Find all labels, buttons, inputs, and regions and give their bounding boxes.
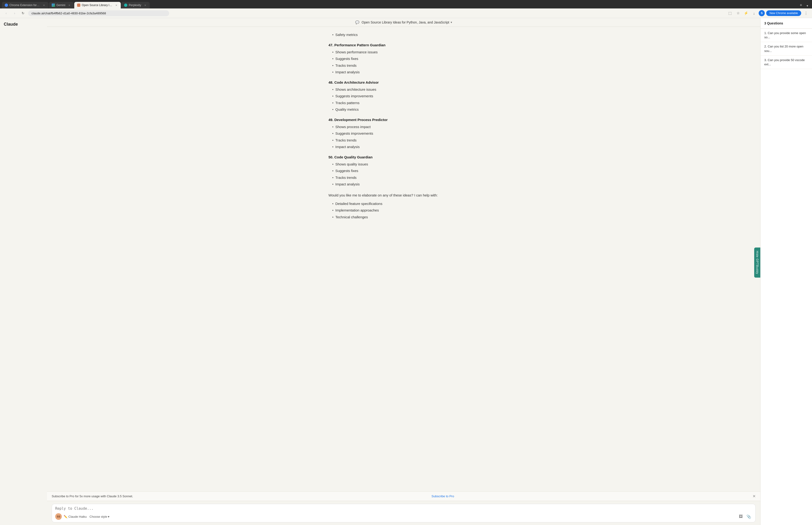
- style-chevron-icon: ▾: [108, 515, 109, 519]
- file-attach-button[interactable]: 📎: [746, 513, 752, 520]
- chat-icon: 💬: [355, 20, 359, 24]
- tab-perplexity-close[interactable]: ✕: [143, 3, 147, 7]
- download-icon[interactable]: ↓: [751, 10, 757, 16]
- model-icon: ✏️: [64, 515, 67, 519]
- new-tab-button[interactable]: +: [798, 2, 804, 9]
- chat-item-50: 50. Code Quality Guardian Shows quality …: [328, 155, 479, 188]
- tab-perplexity-label: Perplexity: [129, 3, 141, 7]
- item-48-title: 48. Code Architecture Advisor: [328, 80, 479, 84]
- tab-chrome-ext-label: Chrome Extension for AI Cha...: [10, 3, 40, 7]
- tab-gemini-favicon: [52, 3, 55, 7]
- input-area: SS ✏️ Claude Haiku Choose style ▾ 🖼 �: [47, 501, 760, 525]
- input-right-actions: 🖼 📎: [737, 513, 752, 520]
- elaboration-item: Technical challenges: [332, 214, 479, 221]
- item-49-bullets: Shows process impactSuggests improvement…: [328, 124, 479, 150]
- claude-logo: Claude: [2, 21, 45, 28]
- subscribe-link[interactable]: Subscribe to Pro: [432, 494, 454, 498]
- list-item: Tracks trends: [332, 137, 479, 144]
- tab-perplexity-tab[interactable]: Perplexity ✕: [121, 2, 150, 9]
- list-item: Tracks trends: [332, 174, 479, 181]
- elaboration-bullets: Detailed feature specificationsImplement…: [328, 200, 479, 221]
- list-item: Shows performance issues: [332, 49, 479, 56]
- toolbar-right: ⬚ ☆ ⚡ ↓ S New Chrome available ⋮: [727, 10, 809, 16]
- list-item: Impact analysis: [332, 69, 479, 76]
- reply-actions-left: SS ✏️ Claude Haiku Choose style ▾: [55, 513, 109, 520]
- list-item: Tracks patterns: [332, 100, 479, 106]
- top-bullets: Safety metrics: [328, 31, 479, 38]
- tab-gemini-label: Gemini: [56, 3, 65, 7]
- right-sidebar-header: 3 Questions: [761, 18, 812, 29]
- forward-button[interactable]: ›: [11, 10, 18, 16]
- item-49-title: 49. Development Process Predictor: [328, 118, 479, 122]
- list-item: Shows quality issues: [332, 161, 479, 168]
- title-chevron-icon: ▾: [451, 21, 452, 24]
- content-scroll: Safety metrics 47. Performance Pattern G…: [47, 27, 760, 491]
- left-sidebar: Claude: [0, 18, 47, 525]
- subscribe-close-button[interactable]: ✕: [753, 494, 756, 498]
- menu-icon[interactable]: ⋮: [802, 10, 809, 16]
- main-content: 💬 Open Source Library Ideas for Python, …: [47, 18, 760, 525]
- tab-chrome-ext-favicon: [5, 3, 8, 7]
- tab-claude-favicon: [77, 3, 80, 7]
- list-item: Tracks trends: [332, 62, 479, 69]
- chat-items-container: 47. Performance Pattern Guardian Shows p…: [328, 43, 479, 188]
- list-item: Suggests fixes: [332, 168, 479, 174]
- chat-item-49: 49. Development Process Predictor Shows …: [328, 118, 479, 150]
- cast-icon[interactable]: ⬚: [727, 10, 733, 16]
- tab-claude-close[interactable]: ✕: [114, 3, 118, 7]
- tab-chrome-ext-close[interactable]: ✕: [42, 3, 46, 7]
- list-item: Safety metrics: [332, 31, 479, 38]
- chat-title-text: Open Source Library Ideas for Python, Ja…: [362, 20, 449, 24]
- new-chrome-button[interactable]: New Chrome available: [766, 10, 801, 16]
- reload-button[interactable]: ↻: [20, 10, 26, 16]
- back-button[interactable]: ‹: [3, 10, 10, 16]
- question-item-3[interactable]: 3. Can you provide 50 vscode ext...: [761, 56, 812, 69]
- tab-chrome-ext-tab[interactable]: Chrome Extension for AI Cha... ✕: [2, 2, 48, 9]
- list-item: Quality metrics: [332, 106, 479, 113]
- reply-actions: SS ✏️ Claude Haiku Choose style ▾ 🖼 �: [55, 513, 752, 520]
- tab-perplexity-favicon: [124, 3, 127, 7]
- image-attach-button[interactable]: 🖼: [737, 513, 744, 520]
- bookmark-icon[interactable]: ☆: [735, 10, 741, 16]
- model-choose-style[interactable]: Choose style ▾: [90, 515, 109, 519]
- tab-claude-tab[interactable]: Open Source Library Ideas fo... ✕: [74, 2, 121, 9]
- extensions-icon[interactable]: ⚡: [743, 10, 749, 16]
- model-label-text: Claude Haiku: [68, 515, 87, 519]
- list-item: Impact analysis: [332, 144, 479, 150]
- tab-gemini-tab[interactable]: Gemini ✕: [49, 2, 74, 9]
- list-item: Impact analysis: [332, 181, 479, 188]
- question-item-1[interactable]: 1. Can you provide some open so...: [761, 29, 812, 42]
- item-47-bullets: Shows performance issuesSuggests fixesTr…: [328, 49, 479, 76]
- item-50-title: 50. Code Quality Guardian: [328, 155, 479, 159]
- elaboration-item: Implementation approaches: [332, 207, 479, 214]
- subscribe-text: Subscribe to Pro for 5x more usage with …: [52, 494, 133, 498]
- chat-title-button[interactable]: 💬 Open Source Library Ideas for Python, …: [355, 20, 452, 24]
- elaboration-item: Detailed feature specifications: [332, 200, 479, 207]
- reply-input[interactable]: [55, 507, 752, 511]
- list-item: Suggests fixes: [332, 56, 479, 62]
- tab-claude-label: Open Source Library Ideas fo...: [82, 3, 112, 7]
- chat-item-48: 48. Code Architecture Advisor Shows arch…: [328, 80, 479, 113]
- tab-bar: Chrome Extension for AI Cha... ✕ Gemini …: [2, 2, 810, 9]
- tab-overflow-button[interactable]: ▾: [805, 3, 810, 9]
- address-input[interactable]: [28, 10, 169, 16]
- list-item: Shows process impact: [332, 124, 479, 131]
- chat-item-47: 47. Performance Pattern Guardian Shows p…: [328, 43, 479, 76]
- reply-box: SS ✏️ Claude Haiku Choose style ▾ 🖼 �: [52, 504, 756, 522]
- subscribe-banner: Subscribe to Pro for 5x more usage with …: [47, 491, 760, 501]
- elaboration-text: Would you like me to elaborate on any of…: [328, 193, 479, 198]
- questions-container: 1. Can you provide some open so...2. Can…: [761, 29, 812, 69]
- chat-header: 💬 Open Source Library Ideas for Python, …: [47, 18, 760, 27]
- right-sidebar: 3 Questions 1. Can you provide some open…: [760, 18, 812, 525]
- profile-avatar[interactable]: S: [759, 10, 765, 16]
- question-item-2[interactable]: 2. Can you list 20 more open sou...: [761, 42, 812, 56]
- item-47-title: 47. Performance Pattern Guardian: [328, 43, 479, 47]
- model-selector[interactable]: ✏️ Claude Haiku Choose style ▾: [64, 515, 109, 519]
- browser-chrome: Chrome Extension for AI Cha... ✕ Gemini …: [0, 0, 812, 18]
- style-label-text: Choose style: [90, 515, 107, 519]
- tab-gemini-close[interactable]: ✕: [68, 3, 71, 7]
- list-item: Suggests improvements: [332, 130, 479, 137]
- gptbuddy-tab[interactable]: Hide GPTBuddy: [754, 247, 760, 278]
- content-inner: Safety metrics 47. Performance Pattern G…: [324, 31, 484, 221]
- list-item: Suggests improvements: [332, 93, 479, 100]
